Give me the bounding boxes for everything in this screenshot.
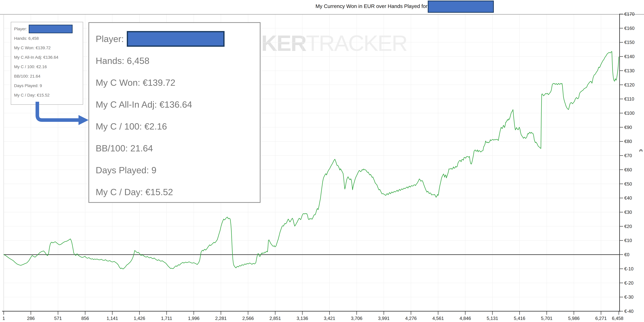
stat-player-row: Player: xyxy=(96,28,260,50)
svg-text:€20: €20 xyxy=(624,224,632,229)
player-label: Player: xyxy=(14,27,27,31)
svg-text:€40: €40 xyxy=(624,195,632,201)
svg-text:856: 856 xyxy=(81,316,89,321)
svg-text:2,851: 2,851 xyxy=(270,316,281,321)
svg-text:4,561: 4,561 xyxy=(432,316,444,321)
svg-text:€90: €90 xyxy=(624,125,632,130)
player-name-redaction-small xyxy=(29,25,72,33)
svg-text:5,986: 5,986 xyxy=(568,316,580,321)
stat-hands: Hands: 6,458 xyxy=(96,50,260,72)
stat-days-played: Days Played: 9 xyxy=(96,159,260,181)
stat-bb-per-100: BB/100: 21.64 xyxy=(96,137,260,159)
svg-text:€160: €160 xyxy=(624,26,634,31)
svg-text:€130: €130 xyxy=(624,68,634,73)
svg-text:6,458: 6,458 xyxy=(612,316,624,321)
y-axis-title-fragment: € xyxy=(638,149,644,152)
svg-text:€170: €170 xyxy=(624,11,634,17)
stat-days-played: Days Played: 9 xyxy=(14,81,83,90)
svg-text:1,426: 1,426 xyxy=(134,316,145,321)
svg-text:€60: €60 xyxy=(624,167,632,172)
svg-text:€30: €30 xyxy=(624,210,632,215)
player-name-redaction-large xyxy=(127,31,224,47)
svg-text:€-20: €-20 xyxy=(624,281,634,286)
stats-tooltip-large[interactable]: Player: Hands: 6,458 My C Won: €139.72 M… xyxy=(88,22,260,203)
svg-text:€-30: €-30 xyxy=(624,295,634,300)
svg-text:€80: €80 xyxy=(624,139,632,144)
stats-tooltip-small[interactable]: Player: Hands: 6,458 My C Won: €139.72 M… xyxy=(11,22,83,105)
stat-my-c-won: My C Won: €139.72 xyxy=(96,72,260,94)
stat-my-c-per-100: My C / 100: €2.16 xyxy=(14,62,83,72)
svg-text:€70: €70 xyxy=(624,153,632,158)
svg-text:2,281: 2,281 xyxy=(215,316,227,321)
stat-my-c-all-in-adj: My C All-In Adj: €136.64 xyxy=(14,53,83,62)
svg-text:2,566: 2,566 xyxy=(242,316,254,321)
svg-text:3,136: 3,136 xyxy=(297,316,308,321)
stat-my-c-per-day: My C / Day: €15.52 xyxy=(96,181,260,203)
svg-text:1: 1 xyxy=(2,316,5,321)
pokertracker-graph-window: KERTRACKER €170€160€150€140€130€120€110€… xyxy=(0,0,644,322)
svg-text:€120: €120 xyxy=(624,82,634,88)
svg-text:€50: €50 xyxy=(624,181,632,186)
svg-text:€110: €110 xyxy=(624,96,634,102)
svg-text:5,131: 5,131 xyxy=(487,316,498,321)
zoom-callout-arrow xyxy=(30,101,93,129)
svg-text:3,706: 3,706 xyxy=(351,316,362,321)
svg-text:1,711: 1,711 xyxy=(161,316,172,321)
svg-text:5,701: 5,701 xyxy=(541,316,552,321)
stat-bb-per-100: BB/100: 21.64 xyxy=(14,72,83,81)
player-label: Player: xyxy=(96,34,124,44)
svg-text:286: 286 xyxy=(27,316,35,321)
svg-text:€-40: €-40 xyxy=(624,309,634,314)
svg-text:€140: €140 xyxy=(624,54,634,59)
stat-my-c-all-in-adj: My C All-In Adj: €136.64 xyxy=(96,94,260,116)
svg-text:5,416: 5,416 xyxy=(514,316,525,321)
chart-title: My Currency Won in EUR over Hands Played… xyxy=(316,3,428,9)
svg-text:€150: €150 xyxy=(624,40,634,45)
stat-hands: Hands: 6,458 xyxy=(14,34,83,43)
svg-text:6,271: 6,271 xyxy=(595,316,607,321)
svg-text:€100: €100 xyxy=(624,111,634,116)
svg-text:4,276: 4,276 xyxy=(405,316,417,321)
stat-my-c-won: My C Won: €139.72 xyxy=(14,43,83,53)
svg-text:1,141: 1,141 xyxy=(106,316,118,321)
player-name-redaction-title xyxy=(428,0,494,13)
stat-my-c-per-day: My C / Day: €15.52 xyxy=(14,90,83,100)
stat-player-row: Player: xyxy=(14,24,83,34)
svg-text:€0: €0 xyxy=(624,252,629,257)
svg-text:€-10: €-10 xyxy=(624,266,634,271)
svg-text:3,991: 3,991 xyxy=(378,316,390,321)
svg-text:€10: €10 xyxy=(624,238,632,243)
svg-text:571: 571 xyxy=(54,316,62,321)
svg-text:1,996: 1,996 xyxy=(188,316,200,321)
stat-my-c-per-100: My C / 100: €2.16 xyxy=(96,116,260,137)
svg-text:3,421: 3,421 xyxy=(324,316,335,321)
svg-text:4,846: 4,846 xyxy=(460,316,471,321)
